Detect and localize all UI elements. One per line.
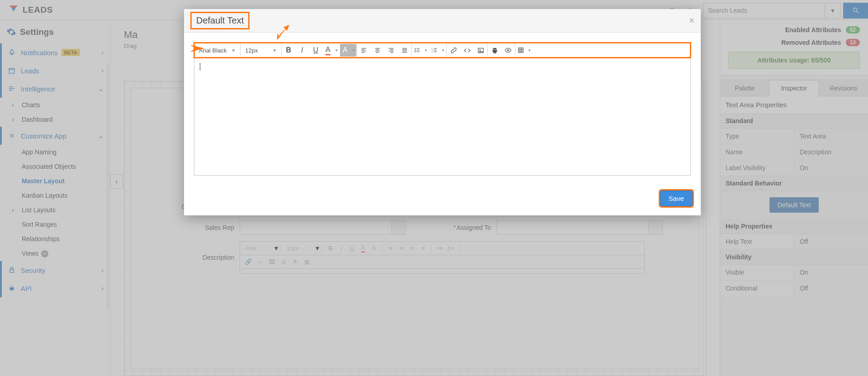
preview-icon[interactable] xyxy=(502,44,514,57)
svg-rect-14 xyxy=(519,48,524,53)
svg-text:3: 3 xyxy=(432,51,433,53)
highlight-color-icon[interactable]: A xyxy=(340,44,356,57)
annotation-arrow-1 xyxy=(274,23,292,43)
image-icon[interactable] xyxy=(474,44,487,57)
default-text-modal: Default Text × Arial Black▼ 12px▼ B I U … xyxy=(184,9,701,215)
print-icon[interactable] xyxy=(488,44,501,57)
svg-point-13 xyxy=(507,49,509,51)
close-icon[interactable]: × xyxy=(689,15,694,26)
modal-title: Default Text xyxy=(190,12,250,29)
richtext-editor[interactable] xyxy=(194,58,691,176)
richtext-toolbar: Arial Black▼ 12px▼ B I U A A 123 xyxy=(194,43,691,58)
annotation-arrow-2 xyxy=(189,39,207,59)
align-center-icon[interactable] xyxy=(371,44,384,57)
svg-marker-16 xyxy=(190,45,205,52)
text-cursor xyxy=(200,63,200,71)
font-size-dropdown[interactable]: 12px▼ xyxy=(241,43,281,57)
link-icon[interactable] xyxy=(447,44,460,57)
align-justify-icon[interactable] xyxy=(398,44,411,57)
align-left-icon[interactable] xyxy=(358,44,370,57)
modal-header: Default Text × xyxy=(184,9,701,33)
save-button[interactable]: Save xyxy=(660,190,693,206)
table-icon[interactable] xyxy=(516,44,532,57)
align-right-icon[interactable] xyxy=(385,44,397,57)
ordered-list-icon[interactable]: 123 xyxy=(429,44,446,57)
text-color-icon[interactable]: A xyxy=(323,44,339,57)
italic-icon[interactable]: I xyxy=(296,44,308,57)
underline-icon[interactable]: U xyxy=(309,44,322,57)
unordered-list-icon[interactable] xyxy=(412,44,429,57)
svg-point-6 xyxy=(415,50,415,51)
modal-footer: Save xyxy=(184,189,701,215)
code-icon[interactable] xyxy=(461,44,473,57)
svg-point-12 xyxy=(479,49,481,51)
svg-point-7 xyxy=(415,51,415,52)
bold-icon[interactable]: B xyxy=(282,44,295,57)
svg-point-5 xyxy=(415,48,415,49)
